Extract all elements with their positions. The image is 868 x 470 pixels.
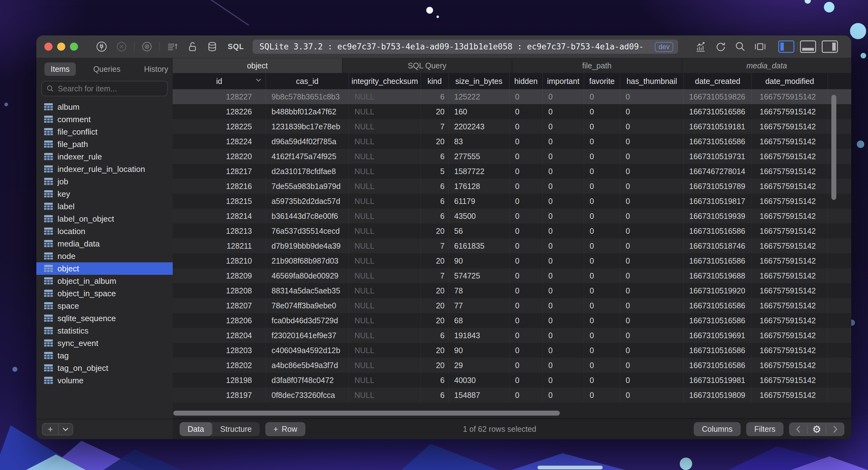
zoom-window-button[interactable] (70, 42, 78, 51)
sidebar-item-key[interactable]: key (36, 188, 173, 200)
sidebar-item-label_on_object[interactable]: label_on_object (36, 213, 173, 225)
tab-object[interactable]: object (173, 58, 343, 73)
sidebar-item-location[interactable]: location (36, 225, 173, 237)
add-item-menu-button[interactable] (58, 424, 72, 435)
sidebar-search[interactable] (41, 81, 168, 96)
lock-open-icon[interactable] (185, 40, 199, 54)
refresh-icon[interactable] (714, 40, 727, 54)
connection-plug-icon[interactable] (95, 40, 108, 54)
table-row[interactable]: 12820888314a5dac5aeb35NULL20780000166731… (173, 283, 851, 298)
eye-preview-icon[interactable] (140, 40, 154, 54)
sidebar-item-object[interactable]: object (36, 262, 173, 275)
sidebar-item-sqlite_sequence[interactable]: sqlite_sequence (36, 312, 173, 325)
column-header-cas_id[interactable]: cas_id (266, 73, 349, 89)
table-row[interactable]: 128226b488bbf012a47f62NULL20160000016673… (173, 104, 851, 119)
sidebar-item-indexer_rule[interactable]: indexer_rule (36, 150, 173, 163)
disconnect-icon[interactable] (115, 40, 128, 54)
cell-kind: 6 (421, 209, 448, 224)
horizontal-scrollbar-thumb[interactable] (173, 411, 560, 416)
sidebar-item-album[interactable]: album (36, 101, 173, 113)
table-view-icon[interactable] (753, 40, 767, 54)
table-row[interactable]: 1282251231839bc17e78ebNULL72202243000016… (173, 119, 851, 134)
sidebar-item-job[interactable]: job (36, 175, 173, 188)
table-row[interactable]: 128211d7b919bbb9de4a39NULL76161835000016… (173, 238, 851, 253)
sidebar-tab-queries[interactable]: Queries (87, 62, 127, 76)
sidebar-item-object_in_album[interactable]: object_in_album (36, 275, 173, 287)
view-tab-data[interactable]: Data (180, 422, 212, 436)
column-header-important[interactable]: important (543, 73, 584, 89)
table-row[interactable]: 1281970f8dec733260fccaNULL61548870000166… (173, 388, 851, 403)
sidebar-item-sync_event[interactable]: sync_event (36, 337, 173, 349)
table-row[interactable]: 12820778e074ff3ba9ebe0NULL20770000166731… (173, 298, 851, 313)
log-list-icon[interactable] (165, 40, 179, 54)
table-row[interactable]: 12820946569fa80de00929NULL75747250000166… (173, 268, 851, 283)
cell-favorite: 0 (584, 224, 620, 238)
chart-stats-icon[interactable] (694, 40, 707, 54)
connection-title-field[interactable]: SQLite 3.37.2 : ec9e7c37-b753-4e1a-ad09-… (253, 39, 678, 54)
table-row[interactable]: 128203c406049a4592d12bNULL20900000166731… (173, 343, 851, 358)
column-header-label: date_modified (765, 77, 814, 86)
database-icon[interactable] (205, 40, 219, 54)
sidebar-item-tag[interactable]: tag (36, 349, 173, 362)
column-header-date_modified[interactable]: date_modified (752, 73, 828, 89)
sidebar-item-indexer_rule_in_location[interactable]: indexer_rule_in_location (36, 163, 173, 175)
column-header-favorite[interactable]: favorite (584, 73, 620, 89)
table-row[interactable]: 1282167de55a983b1a979dNULL61761280000166… (173, 179, 851, 194)
column-header-hidden[interactable]: hidden (509, 73, 543, 89)
column-header-size_in_bytes[interactable]: size_in_bytes (448, 73, 509, 89)
toggle-bottom-panel-icon[interactable] (800, 40, 816, 53)
next-page-button[interactable] (826, 422, 844, 436)
close-window-button[interactable] (44, 42, 53, 51)
add-row-button[interactable]: + Row (265, 422, 305, 436)
settings-gear-icon[interactable]: ⚙ (808, 422, 826, 436)
table-row[interactable]: 128217d2a310178cfdfae8NULL51587722000016… (173, 164, 851, 179)
sidebar-item-file_conflict[interactable]: file_conflict (36, 125, 173, 138)
toggle-right-sidebar-icon[interactable] (822, 40, 838, 53)
table-row[interactable]: 128198d3fa8f07f48c0472NULL64003000001667… (173, 373, 851, 388)
sidebar-item-statistics[interactable]: statistics (36, 325, 173, 337)
column-header-integrity_checksum[interactable]: integrity_checksum (349, 73, 421, 89)
search-input[interactable] (57, 84, 163, 94)
sidebar-tab-history[interactable]: History (138, 62, 175, 76)
tab-file_path[interactable]: file_path (512, 58, 682, 73)
sidebar-item-comment[interactable]: comment (36, 113, 173, 125)
table-row[interactable]: 128204f230201641ef9e37NULL61918430000166… (173, 328, 851, 343)
column-header-has_thumbnail[interactable]: has_thumbnail (620, 73, 684, 89)
table-row[interactable]: 128224d96a59d4f02f785aNULL20830000166731… (173, 134, 851, 149)
vertical-scrollbar-thumb[interactable] (831, 95, 836, 200)
column-header-id[interactable]: id (173, 73, 266, 89)
table-row[interactable]: 128214b361443d7c8e00f6NULL64350000001667… (173, 209, 851, 224)
horizontal-scrollbar[interactable] (173, 411, 851, 417)
sidebar-item-object_in_space[interactable]: object_in_space (36, 287, 173, 300)
table-row[interactable]: 128215a59735b2d2dac57dNULL66117900001667… (173, 194, 851, 209)
cell-cas_id: f230201641ef9e37 (266, 328, 349, 343)
sidebar-item-node[interactable]: node (36, 250, 173, 262)
add-item-button[interactable]: + (42, 424, 58, 435)
cell-date_modified: 1667575915142 (752, 224, 828, 238)
table-row[interactable]: 12821376a537d35514cecdNULL20560000166731… (173, 224, 851, 238)
table-row[interactable]: 1282204162f1475a74f925NULL62775550000166… (173, 149, 851, 164)
minimize-window-button[interactable] (57, 42, 65, 51)
sidebar-item-media_data[interactable]: media_data (36, 237, 173, 250)
column-header-date_created[interactable]: date_created (684, 73, 752, 89)
sidebar-tab-items[interactable]: Items (44, 62, 76, 76)
table-row[interactable]: 1282279b8c578b3651c8b3NULL61252220000166… (173, 89, 851, 104)
table-row[interactable]: 128202a4bc86e5b49a3f7dNULL20290000166731… (173, 358, 851, 373)
column-header-kind[interactable]: kind (421, 73, 448, 89)
search-icon[interactable] (734, 40, 747, 54)
toggle-left-sidebar-icon[interactable] (778, 40, 794, 53)
sidebar-item-volume[interactable]: volume (36, 374, 173, 387)
sidebar-item-tag_on_object[interactable]: tag_on_object (36, 362, 173, 374)
sidebar-item-label[interactable]: label (36, 200, 173, 213)
sort-chevron-down-icon[interactable] (256, 78, 261, 82)
filters-button[interactable]: Filters (746, 422, 783, 436)
view-tab-structure[interactable]: Structure (212, 422, 260, 436)
columns-button[interactable]: Columns (694, 422, 741, 436)
table-row[interactable]: 12821021b908f68b987d03NULL20900000166731… (173, 253, 851, 268)
sidebar-item-file_path[interactable]: file_path (36, 138, 173, 150)
tab-sql-query[interactable]: SQL Query (343, 58, 513, 73)
previous-page-button[interactable] (789, 422, 807, 436)
table-row[interactable]: 128206fca0bd46d3d5729dNULL20680000166731… (173, 313, 851, 328)
sidebar-item-space[interactable]: space (36, 300, 173, 312)
tab-media_data[interactable]: media_data (682, 58, 851, 73)
